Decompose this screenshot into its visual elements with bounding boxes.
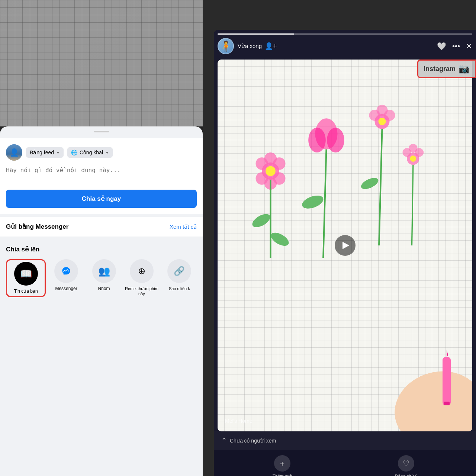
- messenger-label: Messenger: [55, 286, 77, 292]
- privacy-dropdown-label: Công khai: [80, 149, 103, 155]
- messenger-icon: [60, 265, 72, 277]
- svg-point-20: [377, 105, 388, 116]
- messenger-section: Gửi bằng Messenger Xem tất cả: [0, 217, 203, 237]
- add-icon: ＋: [279, 459, 286, 469]
- remix-label: Remix thước phim này: [124, 286, 159, 297]
- instagram-badge: Instagram 📷: [417, 60, 476, 78]
- share-nhom[interactable]: 👥 Nhóm: [87, 259, 121, 297]
- background-image: [0, 0, 203, 126]
- story-progress-fill: [218, 33, 294, 35]
- post-header: Bảng feed ▼ 🌐 Công khai ▼: [6, 144, 197, 161]
- share-sheet: Bảng feed ▼ 🌐 Công khai ▼ Chia sẻ ngay G…: [0, 126, 203, 476]
- subscribe-button[interactable]: ♡ Đăng chú ý: [395, 455, 418, 476]
- no-viewers-text: Chưa có người xem: [230, 438, 469, 444]
- svg-rect-31: [443, 357, 451, 405]
- svg-point-28: [410, 155, 416, 162]
- svg-point-8: [266, 166, 276, 176]
- story-heart-button[interactable]: 🤍: [437, 42, 446, 51]
- svg-point-16: [300, 193, 325, 211]
- svg-point-30: [386, 361, 472, 431]
- svg-point-10: [250, 211, 273, 230]
- svg-point-21: [379, 118, 386, 125]
- add-icon-circle: ＋: [274, 455, 290, 472]
- post-area: Bảng feed ▼ 🌐 Công khai ▼ Chia sẻ ngay: [0, 138, 203, 214]
- avatar-image: [6, 144, 22, 161]
- group-icon-circle: 👥: [92, 259, 116, 283]
- svg-line-15: [323, 149, 326, 258]
- feed-dropdown[interactable]: Bảng feed ▼: [26, 147, 64, 158]
- watermark-text: Mel's Home: [225, 418, 252, 424]
- story-more-button[interactable]: •••: [452, 42, 460, 51]
- share-icons-row: 📖 Tin của bạn Messenger: [6, 259, 197, 297]
- share-copy[interactable]: 🔗 Sao c liên k: [162, 259, 197, 297]
- svg-point-14: [327, 128, 344, 152]
- video-background: Mel's Home: [218, 60, 472, 431]
- remix-icon: ⊕: [138, 266, 145, 276]
- chevron-up-icon: ⌃: [221, 437, 227, 445]
- heart-icon: ♡: [403, 459, 409, 468]
- svg-point-27: [409, 144, 417, 152]
- share-tin-cua-ban[interactable]: 📖 Tin của bạn: [6, 259, 46, 297]
- footer-actions: ＋ Thêm mới ♡ Đăng chú ý: [214, 450, 476, 476]
- add-new-button[interactable]: ＋ Thêm mới: [273, 455, 293, 476]
- sheet-handle: [94, 131, 109, 132]
- svg-line-29: [412, 165, 413, 245]
- user-avatar: [6, 144, 22, 161]
- group-icon: 👥: [98, 266, 110, 277]
- remix-icon-circle: ⊕: [130, 259, 154, 283]
- messenger-header: Gửi bằng Messenger Xem tất cả: [6, 223, 197, 231]
- see-all-link[interactable]: Xem tất cả: [170, 223, 197, 230]
- right-panel: 🧍 Vừa xong 👤+ 🤍 ••• ✕ Instagram 📷: [203, 0, 476, 476]
- copy-icon-circle: 🔗: [167, 259, 191, 283]
- share-up-title: Chia sẻ lên: [6, 245, 197, 253]
- hand-area: [379, 335, 472, 431]
- share-up-section: Chia sẻ lên 📖 Tin của bạn: [0, 239, 203, 303]
- story-actions: 🤍 ••• ✕: [437, 42, 472, 51]
- story-avatar: 🧍: [218, 38, 234, 54]
- story-avatar-img: 🧍: [218, 39, 233, 54]
- story-header: 🧍 Vừa xong 👤+ 🤍 ••• ✕: [218, 38, 472, 54]
- tin-cua-ban-label: Tin của bạn: [14, 289, 38, 295]
- chevron-down-icon-2: ▼: [105, 151, 109, 155]
- svg-point-4: [264, 152, 277, 165]
- svg-rect-32: [444, 402, 450, 405]
- left-panel: Bảng feed ▼ 🌐 Công khai ▼ Chia sẻ ngay G…: [0, 0, 203, 476]
- person-add-icon: 👤+: [265, 42, 277, 50]
- copy-label: Sao c liên k: [169, 286, 190, 291]
- hand-svg: [379, 335, 472, 431]
- svg-marker-33: [447, 350, 448, 357]
- share-now-button[interactable]: Chia sẻ ngay: [6, 190, 197, 208]
- messenger-section-title: Gửi bằng Messenger: [6, 223, 68, 231]
- svg-point-13: [308, 128, 326, 152]
- subscribe-label: Đăng chú ý: [395, 474, 418, 476]
- svg-point-11: [269, 230, 291, 248]
- svg-line-22: [379, 129, 382, 245]
- instagram-label: Instagram: [424, 65, 456, 73]
- story-viewer: 🧍 Vừa xong 👤+ 🤍 ••• ✕ Instagram 📷: [214, 30, 476, 476]
- copy-icon: 🔗: [174, 266, 185, 276]
- feed-dropdown-label: Bảng feed: [30, 149, 54, 155]
- privacy-dropdown[interactable]: 🌐 Công khai ▼: [67, 147, 113, 158]
- story-user-info: Vừa xong 👤+: [238, 42, 433, 50]
- add-new-label: Thêm mới: [273, 474, 293, 476]
- viewers-bar: ⌃ Chưa có người xem: [214, 431, 476, 450]
- svg-point-23: [360, 176, 380, 191]
- share-remix[interactable]: ⊕ Remix thước phim này: [124, 259, 159, 297]
- book-icon-circle: 📖: [14, 262, 38, 286]
- story-username: Vừa xong: [238, 43, 262, 49]
- post-input[interactable]: [6, 165, 197, 185]
- story-progress-bar: [218, 33, 472, 35]
- story-close-button[interactable]: ✕: [466, 42, 472, 51]
- share-messenger[interactable]: Messenger: [49, 259, 83, 297]
- story-footer: ⌃ Chưa có người xem ＋ Thêm mới ♡ Đăng ch…: [214, 431, 476, 476]
- book-icon: 📖: [20, 268, 32, 280]
- heart-icon-circle: ♡: [398, 455, 414, 472]
- play-button[interactable]: [335, 235, 356, 256]
- instagram-icon: 📷: [459, 64, 470, 74]
- chevron-down-icon: ▼: [56, 151, 60, 155]
- nhom-label: Nhóm: [98, 286, 110, 292]
- story-video-content[interactable]: Mel's Home: [218, 60, 472, 431]
- messenger-icon-circle: [54, 259, 78, 283]
- globe-icon: 🌐: [71, 149, 77, 155]
